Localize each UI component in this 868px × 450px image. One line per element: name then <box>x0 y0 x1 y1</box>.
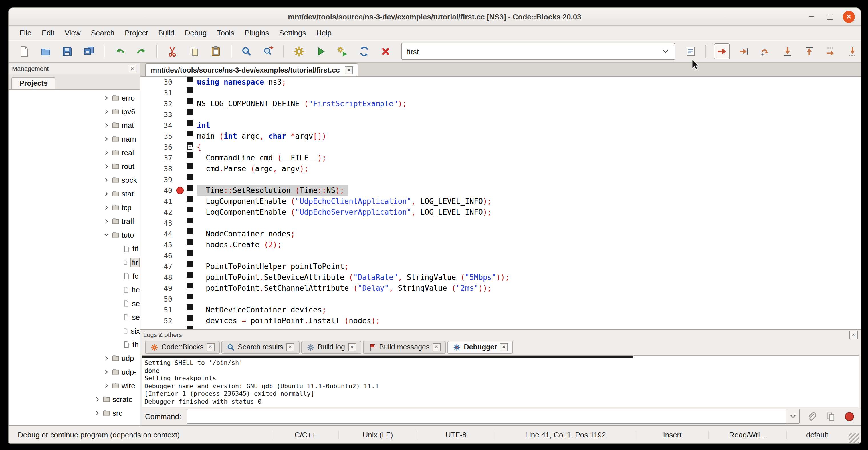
next-line-button[interactable] <box>758 44 773 59</box>
tree-item[interactable]: mat <box>8 118 140 132</box>
tree-item[interactable]: se <box>8 296 140 310</box>
tree-item[interactable]: erro <box>8 91 140 104</box>
title-bar[interactable]: mnt/dev/tools/source/ns-3-dev/examples/t… <box>8 8 861 26</box>
editor-tab[interactable]: mnt/dev/tools/source/ns-3-dev/examples/t… <box>145 63 359 76</box>
command-dropdown-button[interactable] <box>786 410 799 423</box>
menu-project[interactable]: Project <box>120 27 153 39</box>
tree-item[interactable]: stat <box>8 187 140 201</box>
menu-file[interactable]: File <box>14 27 36 39</box>
log-tab-build-messages[interactable]: Build messages <box>363 341 446 354</box>
menu-edit[interactable]: Edit <box>36 27 60 39</box>
tree-item[interactable]: six <box>8 324 140 337</box>
menu-view[interactable]: View <box>60 27 86 39</box>
log-tab-build-log[interactable]: Build log <box>301 341 361 354</box>
command-input[interactable] <box>186 409 800 424</box>
menu-tools[interactable]: Tools <box>212 27 239 39</box>
tree-item[interactable]: tuto <box>8 228 140 242</box>
code-line[interactable]: 48 pointToPoint.SetDeviceAttribute ("Dat… <box>141 272 861 283</box>
menu-debug[interactable]: Debug <box>180 27 212 39</box>
code-line[interactable]: 37 CommandLine cmd (__FILE__); <box>141 152 861 163</box>
code-line[interactable]: 40 Time::SetResolution (Time::NS); <box>141 185 861 196</box>
log-tab-code-blocks[interactable]: Code::Blocks <box>145 341 219 354</box>
code-line[interactable]: 38 cmd.Parse (argc, argv); <box>141 163 861 174</box>
resize-grip[interactable] <box>848 433 859 443</box>
copy-log-button[interactable] <box>824 410 837 423</box>
tree-item[interactable]: nam <box>8 132 140 146</box>
undo-button[interactable] <box>113 44 127 59</box>
tree-item[interactable]: traff <box>8 214 140 228</box>
tree-item[interactable]: udp <box>8 351 140 365</box>
tab-close-icon[interactable] <box>345 66 353 74</box>
tab-close-icon[interactable] <box>433 343 440 351</box>
menu-search[interactable]: Search <box>86 27 120 39</box>
tab-projects[interactable]: Projects <box>11 77 56 89</box>
step-into-button[interactable] <box>780 44 795 59</box>
menu-plugins[interactable]: Plugins <box>239 27 274 39</box>
code-editor[interactable]: 30using namespace ns3;3132NS_LOG_COMPONE… <box>141 77 861 329</box>
tree-item[interactable]: fir <box>8 255 140 269</box>
tree-item[interactable]: udp- <box>8 365 140 379</box>
code-line[interactable]: 44 NodeContainer nodes; <box>141 229 861 239</box>
tab-close-icon[interactable] <box>286 343 294 351</box>
new-file-button[interactable] <box>17 44 31 59</box>
combo-dropdown[interactable] <box>661 48 670 55</box>
tree-item[interactable]: fo <box>8 269 140 283</box>
build-button[interactable] <box>291 44 306 59</box>
stop-button[interactable] <box>842 410 856 423</box>
code-line[interactable]: 34int <box>141 120 861 131</box>
log-tab-search-results[interactable]: Search results <box>221 341 299 354</box>
tab-close-icon[interactable] <box>206 343 214 351</box>
save-button[interactable] <box>60 44 75 59</box>
find-button[interactable] <box>239 44 254 59</box>
save-all-button[interactable] <box>82 44 96 59</box>
menu-settings[interactable]: Settings <box>274 27 311 39</box>
replace-button[interactable] <box>261 44 276 59</box>
code-line[interactable]: 32NS_LOG_COMPONENT_DEFINE ("FirstScriptE… <box>141 98 861 109</box>
code-line[interactable]: 39 <box>141 174 861 185</box>
paste-button[interactable] <box>208 44 223 59</box>
code-line[interactable]: 51 NetDeviceContainer devices; <box>141 304 861 315</box>
project-tree[interactable]: erroipv6matnamrealroutsockstattcptrafftu… <box>8 90 140 425</box>
code-line[interactable]: 49 pointToPoint.SetChannelAttribute ("De… <box>141 283 861 294</box>
breakpoint-marker[interactable] <box>176 187 184 194</box>
tree-item[interactable]: real <box>8 146 140 159</box>
tree-item[interactable]: th <box>8 337 140 351</box>
menu-build[interactable]: Build <box>153 27 180 39</box>
code-line[interactable]: 50 <box>141 294 861 304</box>
redo-button[interactable] <box>134 44 149 59</box>
code-line[interactable]: 36{ <box>141 142 861 152</box>
tree-item[interactable]: tcp <box>8 201 140 214</box>
tree-item[interactable]: ipv6 <box>8 104 140 118</box>
code-line[interactable]: 43 <box>141 217 861 229</box>
copy-button[interactable] <box>187 44 202 59</box>
build-and-run-button[interactable] <box>335 44 350 59</box>
tree-item[interactable]: se <box>8 310 140 324</box>
tree-item[interactable]: fif <box>8 242 140 255</box>
run-to-cursor-button[interactable] <box>737 44 752 59</box>
fold-marker[interactable] <box>187 145 192 150</box>
rebuild-button[interactable] <box>357 44 372 59</box>
cut-button[interactable] <box>165 44 180 59</box>
code-line[interactable]: 42 LogComponentEnable ("UdpEchoServerApp… <box>141 207 861 217</box>
code-line[interactable]: 35main (int argc, char *argv[]) <box>141 131 861 142</box>
debugger-log[interactable]: Setting SHELL to '/bin/sh'doneSetting br… <box>142 355 860 407</box>
code-line[interactable]: 30using namespace ns3; <box>141 77 861 87</box>
tree-item[interactable]: src <box>8 406 140 420</box>
debug-continue-button[interactable] <box>714 43 730 59</box>
logs-close-icon[interactable] <box>849 330 858 339</box>
step-out-button[interactable] <box>802 44 817 59</box>
code-line[interactable]: 41 LogComponentEnable ("UdpEchoClientApp… <box>141 196 861 207</box>
build-target-combo[interactable]: first <box>401 43 675 60</box>
tab-close-icon[interactable] <box>500 343 508 351</box>
tree-item[interactable]: sock <box>8 173 140 187</box>
tree-item[interactable]: scratc <box>8 392 140 406</box>
code-line[interactable]: 45 nodes.Create (2); <box>141 239 861 250</box>
close-button[interactable] <box>843 10 855 23</box>
menu-help[interactable]: Help <box>311 27 337 39</box>
next-instruction-button[interactable] <box>824 44 838 59</box>
maximize-button[interactable] <box>824 10 836 23</box>
step-into-instruction-button[interactable] <box>845 44 860 59</box>
code-line[interactable]: 33 <box>141 109 861 120</box>
attach-button[interactable] <box>805 410 818 423</box>
tree-item[interactable]: he <box>8 283 140 296</box>
